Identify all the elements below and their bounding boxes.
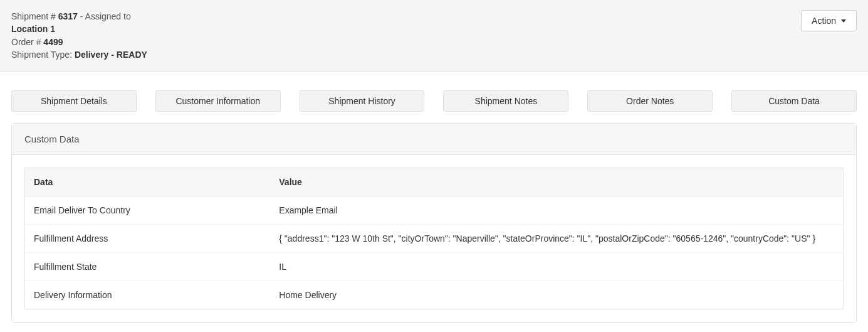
shipment-line: Shipment # 6317 - Assigned to — [11, 10, 147, 23]
cell-data: Fulfillment Address — [25, 225, 271, 253]
table-row: Delivery Information Home Delivery — [25, 281, 844, 309]
action-label: Action — [812, 16, 836, 26]
order-line: Order # 4499 — [11, 36, 147, 48]
card-body: Data Value Email Deliver To Country Exam… — [12, 155, 856, 322]
type-label: Shipment Type: — [11, 50, 75, 60]
action-button[interactable]: Action — [801, 10, 857, 31]
tab-shipment-notes[interactable]: Shipment Notes — [443, 90, 568, 112]
tab-row: Shipment Details Customer Information Sh… — [11, 90, 857, 112]
tab-custom-data[interactable]: Custom Data — [731, 90, 857, 112]
table-row: Email Deliver To Country Example Email — [25, 196, 844, 225]
col-data: Data — [25, 168, 271, 196]
cell-value: IL — [270, 253, 843, 281]
table-row: Fulfillment State IL — [25, 253, 844, 281]
custom-data-card: Custom Data Data Value Email Deliver To … — [11, 123, 857, 323]
cell-data: Delivery Information — [25, 281, 271, 309]
location-value: Location 1 — [11, 24, 55, 34]
cell-value: Example Email — [270, 196, 843, 225]
chevron-down-icon — [841, 19, 846, 23]
type-line: Shipment Type: Delivery - READY — [11, 48, 147, 61]
col-value: Value — [270, 168, 843, 196]
card-title: Custom Data — [12, 124, 856, 155]
shipment-label: Shipment # — [11, 11, 58, 21]
order-label: Order # — [11, 37, 43, 47]
location-line: Location 1 — [11, 23, 147, 35]
tab-label: Order Notes — [626, 96, 674, 106]
shipment-number: 6317 — [58, 11, 78, 21]
tab-customer-information[interactable]: Customer Information — [155, 90, 281, 112]
assigned-suffix: - Assigned to — [78, 11, 131, 21]
type-value: Delivery - READY — [75, 50, 147, 60]
custom-data-table: Data Value Email Deliver To Country Exam… — [24, 168, 844, 309]
content: Shipment Details Customer Information Sh… — [0, 72, 868, 332]
tab-shipment-details[interactable]: Shipment Details — [11, 90, 137, 112]
order-number: 4499 — [43, 37, 63, 47]
cell-value: Home Delivery — [270, 281, 843, 309]
table-header-row: Data Value — [25, 168, 844, 196]
cell-data: Email Deliver To Country — [25, 196, 271, 225]
shipment-info: Shipment # 6317 - Assigned to Location 1… — [11, 10, 147, 61]
tab-shipment-history[interactable]: Shipment History — [300, 90, 425, 112]
topbar: Shipment # 6317 - Assigned to Location 1… — [0, 0, 868, 72]
cell-value: { "address1": "123 W 10th St", "cityOrTo… — [270, 225, 843, 253]
tab-label: Shipment Notes — [475, 96, 538, 106]
tab-label: Shipment History — [328, 96, 395, 106]
table-row: Fulfillment Address { "address1": "123 W… — [25, 225, 844, 253]
tab-label: Shipment Details — [41, 96, 107, 106]
tab-label: Custom Data — [768, 96, 820, 106]
cell-data: Fulfillment State — [25, 253, 271, 281]
tab-label: Customer Information — [175, 96, 260, 106]
tab-order-notes[interactable]: Order Notes — [587, 90, 713, 112]
